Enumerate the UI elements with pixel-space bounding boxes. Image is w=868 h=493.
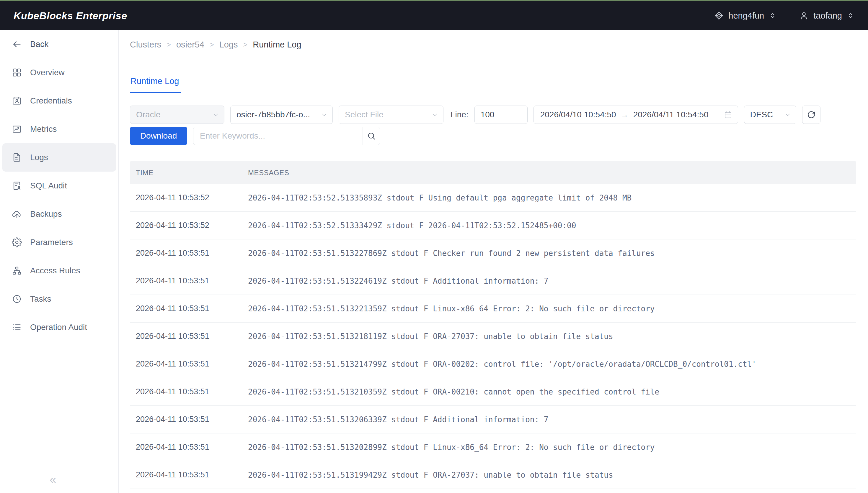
chevron-down-icon	[431, 111, 439, 118]
engine-select[interactable]: Oracle	[130, 106, 224, 124]
cube-icon	[714, 11, 724, 20]
sidebar-item-label: Credentials	[30, 96, 72, 106]
log-table-header: TIME MESSAGES	[130, 161, 856, 184]
grid-icon	[12, 67, 22, 78]
date-range-end: 2026/04/11 10:54:50	[633, 110, 709, 120]
sidebar-item-backups[interactable]: Backups	[0, 200, 118, 228]
breadcrumb-separator: >	[209, 40, 214, 49]
search-input[interactable]	[194, 127, 363, 145]
table-row: 2026-04-11 10:53:51 2026-04-11T02:53:51.…	[130, 350, 856, 378]
breadcrumb-separator: >	[166, 40, 171, 49]
sitemap-icon	[12, 266, 22, 276]
calendar-icon	[724, 110, 732, 119]
keyword-search	[193, 127, 380, 145]
log-table: TIME MESSAGES 2026-04-11 10:53:52 2026-0…	[130, 161, 856, 489]
line-count-input[interactable]	[475, 106, 528, 124]
sidebar-item-label: Tasks	[30, 294, 52, 304]
sidebar-back-label: Back	[30, 40, 48, 49]
user-name: taofang	[813, 11, 842, 21]
table-row: 2026-04-11 10:53:51 2026-04-11T02:53:51.…	[130, 378, 856, 406]
sidebar-item-tasks[interactable]: Tasks	[0, 285, 118, 313]
log-time: 2026-04-11 10:53:51	[130, 276, 248, 285]
table-row: 2026-04-11 10:53:52 2026-04-11T02:53:52.…	[130, 212, 856, 239]
sidebar-item-parameters[interactable]: Parameters	[0, 228, 118, 257]
log-message: 2026-04-11T02:53:51.513210359Z stdout F …	[248, 387, 856, 396]
log-message: 2026-04-11T02:53:51.513221359Z stdout F …	[248, 304, 856, 313]
log-time: 2026-04-11 10:53:52	[130, 221, 248, 230]
sidebar-item-label: Metrics	[30, 124, 57, 134]
engine-select-value: Oracle	[136, 110, 160, 120]
log-message: 2026-04-11T02:53:52.51333429Z stdout F 2…	[248, 221, 856, 230]
file-select[interactable]: Select File	[339, 106, 443, 124]
search-button[interactable]	[363, 127, 380, 145]
pod-select[interactable]: osier-7b85bb7fc-o...	[230, 106, 333, 124]
file-person-icon	[12, 181, 22, 191]
column-header-messages: MESSAGES	[248, 169, 856, 177]
sidebar-item-overview[interactable]: Overview	[0, 58, 118, 87]
sidebar-item-access-rules[interactable]: Access Rules	[0, 257, 118, 285]
sidebar-item-logs[interactable]: Logs	[2, 143, 116, 172]
breadcrumb-logs[interactable]: Logs	[219, 40, 238, 49]
column-header-time: TIME	[130, 169, 248, 177]
sidebar-item-label: Access Rules	[30, 266, 80, 275]
log-message: 2026-04-11T02:53:51.513202899Z stdout F …	[248, 443, 856, 452]
log-time: 2026-04-11 10:53:51	[130, 415, 248, 424]
sidebar-item-operation-audit[interactable]: Operation Audit	[0, 313, 118, 341]
log-time: 2026-04-11 10:53:51	[130, 360, 248, 369]
chevron-down-icon	[321, 111, 328, 118]
sidebar-item-label: SQL Audit	[30, 181, 67, 191]
breadcrumb-clusters[interactable]: Clusters	[130, 40, 161, 49]
table-row: 2026-04-11 10:53:52 2026-04-11T02:53:52.…	[130, 184, 856, 212]
user-menu[interactable]: taofang	[799, 11, 854, 21]
log-message: 2026-04-11T02:53:51.513199429Z stdout F …	[248, 471, 856, 479]
file-icon	[12, 152, 22, 163]
line-count-label: Line:	[450, 110, 468, 120]
sidebar-item-credentials[interactable]: Credentials	[0, 87, 118, 115]
header-divider	[788, 11, 788, 20]
id-card-icon	[12, 96, 22, 106]
table-row: 2026-04-11 10:53:51 2026-04-11T02:53:51.…	[130, 433, 856, 461]
chevron-down-icon	[212, 111, 219, 118]
arrow-left-icon	[12, 39, 22, 49]
date-range-arrow: →	[621, 110, 629, 120]
sidebar-item-sql-audit[interactable]: SQL Audit	[0, 172, 118, 200]
breadcrumb-separator: >	[243, 40, 248, 49]
tab-runtime-log[interactable]: Runtime Log	[130, 76, 181, 93]
clock-icon	[12, 294, 22, 304]
log-table-body: 2026-04-11 10:53:52 2026-04-11T02:53:52.…	[130, 184, 856, 489]
sidebar-item-metrics[interactable]: Metrics	[0, 115, 118, 143]
app-header: KubeBlocks Enterprise heng4fun taofang	[0, 1, 868, 30]
header-actions: heng4fun taofang	[703, 11, 854, 21]
breadcrumb-cluster-name[interactable]: osier54	[176, 40, 204, 49]
chart-icon	[12, 124, 22, 134]
breadcrumb: Clusters > osier54 > Logs > Runtime Log	[130, 40, 856, 49]
updown-chevron-icon	[847, 12, 854, 19]
list-icon	[12, 322, 22, 332]
org-selector[interactable]: heng4fun	[714, 11, 776, 21]
breadcrumb-current-page: Runtime Log	[253, 40, 301, 49]
date-range-picker[interactable]: 2026/04/10 10:54:50 → 2026/04/11 10:54:5…	[533, 106, 738, 124]
app-logo: KubeBlocks Enterprise	[14, 10, 127, 22]
log-message: 2026-04-11T02:53:51.513227869Z stdout F …	[248, 249, 856, 258]
search-icon	[367, 131, 376, 141]
download-button[interactable]: Download	[130, 127, 187, 145]
org-name: heng4fun	[728, 11, 764, 21]
log-time: 2026-04-11 10:53:51	[130, 387, 248, 396]
user-icon	[799, 11, 809, 20]
log-time: 2026-04-11 10:53:51	[130, 304, 248, 313]
sort-order-select[interactable]: DESC	[744, 106, 796, 124]
date-range-start: 2026/04/10 10:54:50	[540, 110, 616, 120]
sidebar-item-label: Backups	[30, 209, 62, 219]
table-row: 2026-04-11 10:53:51 2026-04-11T02:53:51.…	[130, 323, 856, 350]
sort-order-value: DESC	[750, 110, 773, 120]
sidebar-collapse-button[interactable]: «	[49, 474, 56, 485]
sidebar-nav: Back Overview Credentials	[0, 30, 118, 341]
refresh-button[interactable]	[802, 106, 821, 124]
log-message: 2026-04-11T02:53:52.51335893Z stdout F U…	[248, 193, 856, 202]
refresh-icon	[807, 110, 816, 120]
log-message: 2026-04-11T02:53:51.513218119Z stdout F …	[248, 332, 856, 341]
log-time: 2026-04-11 10:53:52	[130, 193, 248, 202]
sidebar-back-button[interactable]: Back	[0, 30, 118, 58]
table-row: 2026-04-11 10:53:51 2026-04-11T02:53:51.…	[130, 267, 856, 295]
log-filters-row: Oracle osier-7b85bb7fc-o... Select File …	[130, 106, 856, 124]
